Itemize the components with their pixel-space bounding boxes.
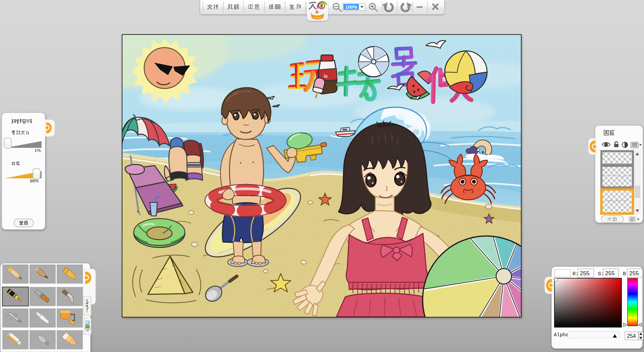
svg-text:254: 254 bbox=[627, 333, 636, 339]
svg-text:1%: 1% bbox=[35, 148, 41, 153]
svg-text:R:: R: bbox=[573, 271, 579, 277]
svg-text:86%: 86% bbox=[30, 178, 39, 183]
svg-text:255: 255 bbox=[605, 270, 614, 277]
svg-text:Alpha: Alpha bbox=[554, 332, 569, 338]
svg-text:100%: 100% bbox=[345, 4, 357, 10]
svg-text:255: 255 bbox=[629, 270, 639, 277]
svg-text:255: 255 bbox=[580, 270, 589, 277]
svg-text:la: la bbox=[324, 73, 328, 79]
